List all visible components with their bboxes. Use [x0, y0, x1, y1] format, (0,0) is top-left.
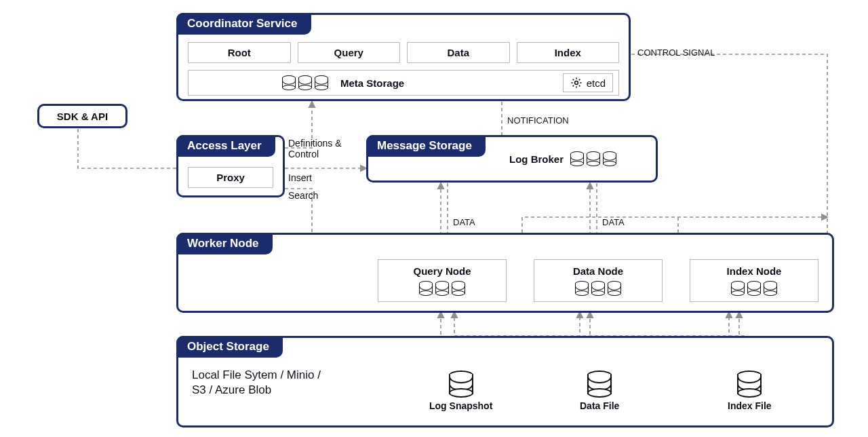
cylinder-icon [587, 151, 600, 166]
sdk-label: SDK & API [57, 111, 108, 122]
coordinator-title: Coordinator Service [176, 13, 311, 35]
anno-insert: Insert [288, 172, 312, 183]
anno-definitions: Definitions & Control [288, 138, 342, 159]
cylinder-large-icon [737, 370, 762, 398]
log-broker-icons [570, 151, 616, 166]
gear-icon [570, 77, 583, 89]
cylinder-icon [731, 281, 745, 296]
svg-point-0 [574, 81, 578, 85]
cylinder-large-icon [587, 370, 612, 398]
data-node-box: Data Node [534, 259, 663, 302]
data-node-label: Data Node [573, 265, 623, 277]
anno-data-1: DATA [453, 217, 475, 227]
coord-index: Index [517, 42, 620, 63]
etcd-label: etcd [587, 77, 606, 89]
message-storage-panel: Message Storage Log Broker [366, 135, 658, 183]
meta-storage-row: Meta Storage etcd [188, 70, 619, 96]
cylinder-icon [435, 281, 449, 296]
query-node-box: Query Node [378, 259, 507, 302]
meta-storage-label: Meta Storage [340, 77, 404, 89]
access-layer-panel: Access Layer Proxy [176, 135, 285, 197]
cylinder-icon [298, 75, 312, 90]
object-storage-panel: Object Storage Local File Sytem / Minio … [176, 336, 834, 428]
index-node-box: Index Node [690, 259, 818, 302]
cylinder-icon [452, 281, 465, 296]
log-snapshot-label: Log Snapshot [429, 400, 492, 411]
cylinder-large-icon [449, 370, 473, 398]
anno-notification: NOTIFICATION [507, 115, 569, 126]
cylinder-icon [575, 281, 589, 296]
anno-data-2: DATA [602, 217, 625, 227]
worker-node-panel: Worker Node Query Node Data Node I [176, 233, 834, 313]
cylinder-icon [419, 281, 433, 296]
log-snapshot-item: Log Snapshot [429, 370, 492, 411]
coord-query: Query [298, 42, 401, 63]
cylinder-icon [315, 75, 328, 90]
index-file-item: Index File [728, 370, 772, 411]
index-node-label: Index Node [727, 265, 782, 277]
query-node-label: Query Node [413, 265, 471, 277]
log-broker-label: Log Broker [509, 153, 564, 165]
cylinder-icon [591, 281, 605, 296]
coord-root: Root [188, 42, 291, 63]
cylinder-icon [747, 281, 761, 296]
object-storage-title: Object Storage [176, 336, 283, 358]
sdk-api-box: SDK & API [37, 104, 127, 128]
etcd-box: etcd [563, 73, 613, 92]
data-file-item: Data File [580, 370, 619, 411]
object-storage-desc: Local File Sytem / Minio / S3 / Azure Bl… [192, 368, 334, 398]
coord-data: Data [407, 42, 510, 63]
index-file-label: Index File [728, 400, 772, 411]
cylinder-icon [282, 75, 296, 90]
cylinder-icon [608, 281, 621, 296]
access-layer-title: Access Layer [176, 135, 275, 157]
coordinator-items-row: Root Query Data Index [188, 42, 619, 63]
meta-storage-icons [282, 75, 328, 90]
cylinder-icon [570, 151, 584, 166]
message-storage-title: Message Storage [366, 135, 486, 157]
worker-node-title: Worker Node [176, 233, 273, 254]
coordinator-panel: Coordinator Service Root Query Data Inde… [176, 13, 631, 101]
cylinder-icon [764, 281, 777, 296]
proxy-box: Proxy [188, 167, 273, 188]
anno-search: Search [288, 190, 318, 201]
data-file-label: Data File [580, 400, 619, 411]
cylinder-icon [603, 151, 616, 166]
anno-control-signal: CONTROL SIGNAL [637, 48, 715, 58]
